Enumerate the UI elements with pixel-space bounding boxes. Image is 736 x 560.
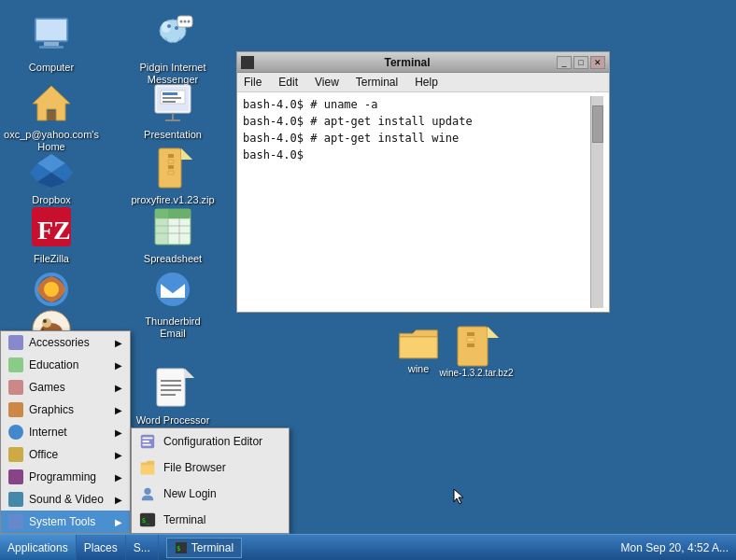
submenu-item-terminal[interactable]: $_ Terminal [132,507,289,533]
menu-item-graphics[interactable]: Graphics ▶ [1,399,130,421]
pidgin-icon [150,13,195,58]
terminal-scrollbar[interactable] [590,96,603,308]
games-label: Games [29,381,65,394]
new-login-icon [139,485,156,502]
terminal-menu-help[interactable]: Help [412,75,441,90]
svg-rect-17 [163,92,177,95]
taskbar-apps-label: Applications [7,541,68,554]
taskbar-apps-button[interactable]: Applications [0,535,77,560]
menu-item-programming[interactable]: Programming ▶ [1,466,130,488]
sound-video-label: Sound & Video [29,493,104,506]
taskbar-clock: Mon Sep 20, 4:52 A... [621,541,736,554]
internet-arrow: ▶ [115,427,122,438]
accessories-icon [8,335,23,350]
terminal-submenu-icon: $_ [139,511,156,528]
terminal-content[interactable]: bash-4.0$ # uname -a bash-4.0$ # apt-get… [237,92,609,312]
svg-rect-70 [467,343,474,347]
taskbar-terminal-button[interactable]: $ Terminal [166,538,242,558]
svg-point-9 [180,21,183,23]
svg-rect-57 [161,394,176,396]
office-arrow: ▶ [115,450,122,460]
terminal-menu-terminal[interactable]: Terminal [353,75,401,90]
sound-video-arrow: ▶ [115,495,122,505]
desktop-icon-computer[interactable]: Computer [9,9,93,77]
system-tools-label: System Tools [29,515,95,528]
terminal-menu-view[interactable]: View [312,75,342,90]
home-icon [29,80,74,125]
dropbox-icon [29,146,74,190]
svg-rect-51 [157,369,185,406]
wine-archive-icon [453,325,500,368]
terminal-menubar: File Edit View Terminal Help [237,73,609,92]
submenu-item-config-editor[interactable]: Configuration Editor [132,428,289,455]
menu-item-sound-video[interactable]: Sound & Video ▶ [1,488,130,511]
education-label: Education [29,358,78,371]
svg-point-11 [188,21,191,23]
terminal-maximize-button[interactable]: □ [573,56,588,69]
svg-point-76 [144,488,150,495]
menu-item-internet[interactable]: Internet ▶ [1,421,130,443]
file-browser-label: File Browser [163,461,226,474]
wine-archive-label: wine-1.3.2.tar.bz2 [440,368,514,378]
graphics-icon [8,402,23,417]
terminal-close-button[interactable]: ✕ [590,56,605,69]
svg-rect-68 [467,332,474,336]
svg-rect-29 [168,154,174,158]
menu-item-office[interactable]: Office ▶ [1,443,130,466]
zip-icon [150,146,195,190]
menu-item-accessories[interactable]: Accessories ▶ [1,331,130,354]
graphics-arrow: ▶ [115,405,122,415]
svg-rect-18 [163,97,181,99]
svg-rect-73 [143,441,149,442]
config-editor-label: Configuration Editor [163,435,262,448]
computer-icon-label: Computer [29,62,74,74]
wine-folder-icon [398,325,439,360]
desktop-icon-wine-archive[interactable]: wine-1.3.2.tar.bz2 [439,325,514,378]
menu-item-system-tools[interactable]: System Tools ▶ [1,511,130,533]
filezilla-icon: FZ [29,204,74,249]
menu-item-education[interactable]: Education ▶ [1,354,130,376]
svg-rect-64 [400,337,437,358]
graphics-label: Graphics [29,403,74,416]
desktop-icon-filezilla[interactable]: FZ FileZilla [9,201,93,269]
taskbar-system-label: S... [134,541,150,554]
svg-marker-53 [185,369,194,378]
taskbar-terminal-label: Terminal [191,541,234,554]
games-arrow: ▶ [115,383,122,393]
education-icon [8,357,23,372]
desktop-icon-spreadsheet[interactable]: Spreadsheet [131,201,215,269]
system-tools-icon [8,514,23,529]
terminal-menu-edit[interactable]: Edit [276,75,301,90]
submenu-item-file-browser[interactable]: File Browser [132,455,289,481]
sound-video-icon [8,492,23,507]
desktop-icon-thunderbird[interactable]: Thunderbird Email [131,263,215,343]
terminal-scrollbar-thumb[interactable] [592,105,603,143]
terminal-menu-file[interactable]: File [241,75,264,90]
presentation-icon [150,80,195,125]
terminal-minimize-button[interactable]: _ [557,56,572,69]
svg-rect-56 [161,389,181,391]
desktop-icon-presentation[interactable]: Presentation [131,77,215,145]
wine-folder-label: wine [408,363,430,374]
svg-rect-54 [161,380,181,382]
terminal-titlebar: Terminal _ □ ✕ [237,52,609,73]
svg-point-49 [42,318,51,328]
office-icon [8,447,23,462]
svg-point-45 [44,282,59,297]
taskbar-clock-text: Mon Sep 20, 4:52 A... [621,541,729,554]
svg-rect-55 [161,385,181,386]
new-login-label: New Login [163,487,217,500]
submenu-item-new-login[interactable]: New Login [132,481,289,507]
computer-icon [29,13,74,58]
taskbar-places-button[interactable]: Places [77,535,126,560]
svg-point-6 [167,24,171,28]
svg-marker-67 [488,327,499,338]
desktop-icon-wordprocessor[interactable]: Word Processor [131,362,215,430]
svg-rect-75 [141,465,154,474]
svg-rect-30 [168,160,174,163]
svg-rect-69 [467,338,474,342]
terminal-text: bash-4.0$ # uname -a bash-4.0$ # apt-get… [243,96,590,308]
menu-item-games[interactable]: Games ▶ [1,376,130,399]
svg-rect-31 [168,165,174,169]
taskbar-system-button[interactable]: S... [126,535,159,560]
